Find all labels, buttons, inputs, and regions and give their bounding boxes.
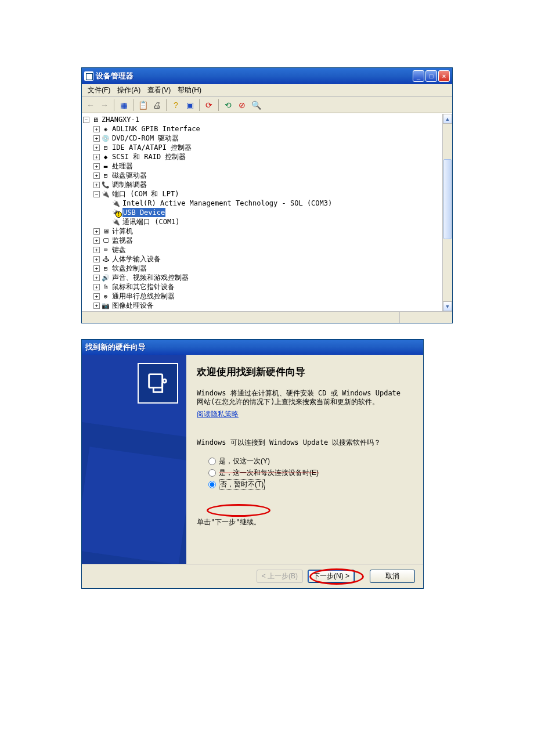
node-adlink[interactable]: ADLINK GPIB Interface [112, 124, 200, 134]
wizard-heading: 欢迎使用找到新硬件向导 [197, 365, 412, 379]
update-driver-icon[interactable]: ⟳ [203, 99, 215, 111]
node-ide[interactable]: IDE ATA/ATAPI 控制器 [112, 143, 192, 152]
node-port-sol[interactable]: Intel(R) Active Management Technology - … [122, 199, 332, 208]
radio-no-label: 否，暂时不(T) [219, 479, 265, 490]
back-button[interactable]: < 上一步(B) [257, 570, 303, 583]
close-button[interactable]: × [438, 70, 450, 82]
wizard-question: Windows 可以连接到 Windows Update 以搜索软件吗？ [197, 438, 412, 447]
radio-yes-once[interactable] [208, 458, 216, 465]
node-sound[interactable]: 声音、视频和游戏控制器 [112, 273, 189, 282]
node-computer[interactable]: 计算机 [112, 226, 133, 236]
wizard-para1: Windows 将通过在计算机、硬件安装 CD 或 Windows Update… [197, 389, 412, 406]
node-mouse[interactable]: 鼠标和其它指针设备 [112, 282, 175, 291]
wizard-title: 找到新的硬件向导 [85, 342, 146, 352]
minimize-button[interactable]: _ [413, 70, 424, 82]
radio-yes-once-label: 是，仅这一次(Y) [219, 456, 270, 466]
view-icon[interactable]: ▦ [117, 99, 130, 111]
wizard-sidebar [82, 355, 186, 564]
node-disk[interactable]: 磁盘驱动器 [112, 171, 147, 180]
node-monitor[interactable]: 监视器 [112, 236, 133, 245]
vertical-scrollbar[interactable]: ▲ ▼ [442, 114, 452, 311]
next-button[interactable]: 下一步(N) > [308, 570, 355, 583]
node-scsi[interactable]: SCSI 和 RAID 控制器 [112, 152, 186, 161]
scan-icon[interactable]: ⟲ [222, 99, 234, 111]
maximize-button[interactable]: □ [425, 70, 437, 82]
menu-action[interactable]: 操作(A) [114, 84, 144, 96]
privacy-link[interactable]: 阅读隐私策略 [197, 410, 239, 418]
hardware-icon [138, 363, 178, 404]
node-port-com1[interactable]: 通讯端口 (COM1) [122, 217, 180, 226]
node-hid[interactable]: 人体学输入设备 [112, 254, 161, 264]
properties-icon[interactable]: 📋 [136, 99, 149, 111]
warning-icon: 🔌 [111, 208, 121, 217]
device-manager-window: 设备管理器 _ □ × 文件(F) 操作(A) 查看(V) 帮助(H) ← → … [81, 67, 453, 323]
node-keyboard[interactable]: 键盘 [112, 245, 126, 254]
radio-yes-always[interactable] [208, 469, 216, 477]
node-floppy[interactable]: 软盘控制器 [112, 264, 147, 273]
print-icon[interactable]: 🖨 [150, 99, 163, 111]
forward-button[interactable]: → [98, 99, 111, 111]
node-imaging[interactable]: 图像处理设备 [112, 301, 154, 310]
wizard-continue: 单击"下一步"继续。 [197, 518, 412, 527]
menu-help[interactable]: 帮助(H) [174, 84, 205, 96]
radio-yes-always-label: 是，这一次和每次连接设备时(E) [219, 468, 319, 478]
dm-statusbar [82, 311, 452, 323]
scroll-thumb[interactable] [443, 159, 452, 239]
tree-root[interactable]: ZHANGXY-1 [102, 115, 139, 124]
node-modem[interactable]: 调制解调器 [112, 180, 147, 189]
node-port-usb[interactable]: USB Device [122, 208, 165, 217]
uninstall-icon[interactable]: 🔍 [250, 99, 262, 111]
hardware-wizard-window: 找到新的硬件向导 欢迎使用找到新硬件向导 Windows 将通过在计算机、硬件安… [81, 339, 424, 589]
help-icon[interactable]: ? [169, 99, 182, 111]
refresh-icon[interactable]: ▣ [183, 99, 196, 111]
node-dvd[interactable]: DVD/CD-ROM 驱动器 [112, 134, 179, 143]
back-button[interactable]: ← [84, 99, 97, 111]
disable-icon[interactable]: ⊘ [236, 99, 248, 111]
wizard-footer: < 上一步(B) 下一步(N) > 取消 [82, 564, 423, 588]
dm-menubar: 文件(F) 操作(A) 查看(V) 帮助(H) [82, 84, 452, 97]
dm-toolbar: ← → ▦ 📋 🖨 ? ▣ ⟳ ⟲ ⊘ 🔍 [82, 97, 452, 113]
svg-rect-0 [149, 375, 163, 388]
wizard-titlebar[interactable]: 找到新的硬件向导 [82, 340, 423, 355]
node-cpu[interactable]: 处理器 [112, 161, 133, 171]
computer-icon [84, 71, 93, 81]
menu-view[interactable]: 查看(V) [144, 84, 174, 96]
node-ports[interactable]: 端口 (COM 和 LPT) [112, 189, 179, 199]
dm-titlebar[interactable]: 设备管理器 _ □ × [82, 68, 452, 84]
node-usb-ctrl[interactable]: 通用串行总线控制器 [112, 291, 175, 301]
scroll-down-button[interactable]: ▼ [443, 301, 452, 311]
scroll-up-button[interactable]: ▲ [443, 114, 452, 124]
svg-point-1 [163, 379, 167, 383]
cancel-button[interactable]: 取消 [370, 570, 415, 583]
dm-title: 设备管理器 [96, 71, 413, 81]
device-tree[interactable]: −🖥ZHANGXY-1 +◈ADLINK GPIB Interface +💿DV… [82, 114, 442, 311]
menu-file[interactable]: 文件(F) [84, 84, 114, 96]
radio-no[interactable] [208, 481, 216, 488]
